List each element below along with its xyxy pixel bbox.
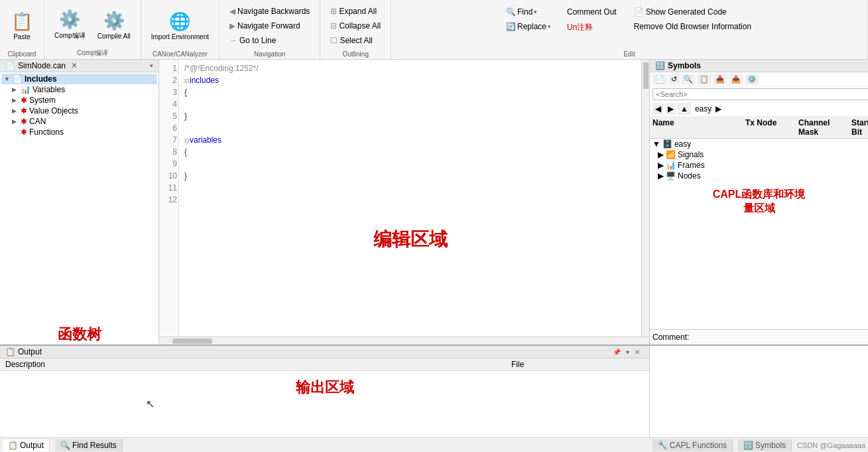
outlining-label: Outlining: [342, 50, 368, 58]
tree-item-can[interactable]: ▶ ✱ CAN: [1, 116, 157, 127]
nav-forward-button[interactable]: ▶ Navigate Forward: [225, 19, 314, 33]
find-button[interactable]: 🔍 Find ▾: [503, 5, 554, 19]
navigation-label: Navigation: [254, 50, 285, 58]
find-results-label: Find Results: [72, 441, 117, 450]
compile-all-button[interactable]: ⚙️ Compile All: [93, 7, 135, 43]
find-results-icon: 🔍: [60, 441, 70, 450]
panel-dropdown-arrow[interactable]: ▾: [150, 62, 153, 69]
sym-btn-5[interactable]: 📥: [713, 74, 727, 85]
code-line-6: [184, 122, 636, 134]
tree-annotation: 函数树: [0, 325, 158, 344]
sym-nav-fwd[interactable]: ▶: [665, 103, 676, 115]
code-line-5: }: [184, 110, 636, 122]
compile-group: ⚙️ Comp编译 ⚙️ Compile All Comp编译: [44, 0, 141, 59]
select-all-button[interactable]: ☐ Select All: [326, 34, 385, 47]
sym-item-nodes[interactable]: ▶ 🖥️ Nodes: [650, 171, 868, 181]
sym-expand-signals: ▶: [658, 150, 664, 159]
code-line-1: /*@!Encoding:1252*/: [184, 62, 636, 74]
tree-arrow-system: ▶: [12, 97, 19, 104]
show-generated-code-button[interactable]: 📄 Show Generated Code: [629, 5, 756, 19]
tree-item-variables[interactable]: ▶ 📊 Variables: [1, 84, 157, 95]
nav-backwards-label: Navigate Backwards: [237, 7, 310, 16]
compile-group-label: Comp编译: [77, 48, 108, 58]
go-to-line-button[interactable]: → Go to Line: [225, 34, 314, 47]
sym-btn-6[interactable]: 📤: [729, 74, 743, 85]
symbols-search[interactable]: [652, 88, 868, 100]
v-scrollbar-thumb[interactable]: [643, 62, 649, 89]
sym-btn-3[interactable]: 🔍: [681, 74, 696, 85]
remove-old-browser-button[interactable]: Remove Old Browser Information: [629, 20, 756, 33]
output-pin-button[interactable]: 📌: [611, 348, 622, 356]
code-editor[interactable]: 12345 678910 1112 /*@!Encoding:1252*/ ⊟i…: [159, 60, 649, 337]
goto-arrow: →: [229, 36, 237, 45]
code-line-2: ⊟includes: [184, 74, 636, 86]
symbols-icon: 🔠: [655, 61, 665, 70]
import-button[interactable]: 🌐 Import Environment: [147, 8, 214, 44]
output-col-description: Description: [5, 360, 511, 369]
output-annotation: 输出区域: [0, 378, 649, 398]
symbols-toolbar: 📄 ↺ 🔍 📋 📥 📤 ⚙️: [650, 72, 868, 87]
nav-back-arrow: ◀: [229, 7, 235, 16]
code-line-12: [184, 194, 636, 206]
find-label: Find: [517, 7, 532, 17]
symbols-header: 🔠 Symbols: [650, 60, 868, 72]
sym-btn-2[interactable]: ↺: [668, 74, 680, 85]
compile-button[interactable]: ⚙️ Comp编译: [50, 6, 90, 44]
show-generated-code-label: Show Generated Code: [646, 7, 727, 17]
tab-label: SimNode.can: [18, 61, 66, 70]
tab-close-button[interactable]: ✕: [71, 61, 78, 70]
editor-scrollbar-h[interactable]: [159, 337, 649, 344]
output-close-button[interactable]: ✕: [633, 348, 641, 356]
output-content[interactable]: 输出区域 ↖: [0, 371, 649, 437]
sym-item-frames[interactable]: ▶ 📊 Frames: [650, 160, 868, 171]
paste-button[interactable]: 📋 Paste: [5, 8, 38, 44]
can-icon: ✱: [21, 117, 27, 126]
compile-icon: ⚙️: [59, 9, 80, 30]
collapse-icon: ⊟: [330, 21, 337, 31]
comment-out-button[interactable]: Comment Out: [562, 5, 621, 19]
editor-scrollbar-v[interactable]: [641, 60, 649, 337]
cursor-indicator: ↖: [146, 398, 155, 410]
nav-backwards-button[interactable]: ◀ Navigate Backwards: [225, 5, 314, 18]
status-tab-output[interactable]: 📋 Output: [3, 439, 50, 451]
output-header: 📋 Output 📌 ▾ ✕: [0, 346, 649, 358]
sym-table-header: Name Tx Node Channel Mask Start Bit: [650, 117, 868, 139]
code-line-4: [184, 98, 636, 110]
paste-label: Paste: [13, 33, 31, 40]
editor-annotation: 编辑区域: [184, 226, 636, 254]
line-numbers: 12345 678910 1112: [159, 60, 179, 337]
sym-nav-back[interactable]: ◀: [652, 103, 664, 115]
sym-btn-7[interactable]: ⚙️: [745, 74, 759, 85]
editor-tab[interactable]: 📄 SimNode.can ✕ ▾: [0, 60, 158, 72]
sym-btn-1[interactable]: 📄: [652, 74, 667, 85]
sym-icon-easy: 🗄️: [662, 139, 672, 149]
tree-item-value-objects[interactable]: ▶ ✱ Value Objects: [1, 106, 157, 116]
tree-item-includes[interactable]: ▼ 📄 Includes: [1, 74, 157, 84]
replace-button[interactable]: 🔄 Replace ▾: [503, 20, 554, 33]
tree-item-system[interactable]: ▶ ✱ System: [1, 95, 157, 106]
h-scrollbar-thumb[interactable]: [172, 339, 212, 344]
variables-icon: 📊: [21, 85, 31, 94]
editor-panel: 12345 678910 1112 /*@!Encoding:1252*/ ⊟i…: [159, 60, 649, 344]
output-dropdown-button[interactable]: ▾: [625, 348, 631, 356]
capl-functions-tab[interactable]: 🔧 CAPL Functions: [652, 439, 733, 451]
symbols-nav: ◀ ▶ ▲ easy ▶: [650, 102, 868, 117]
sym-btn-4[interactable]: 📋: [697, 74, 712, 85]
expand-all-button[interactable]: ⊞ Expand All: [326, 5, 385, 18]
col-name: Name: [652, 118, 745, 137]
sym-expand-easy: ▼: [652, 139, 660, 149]
status-bar: 📋 Output 🔍 Find Results 🔧 CAPL Functions…: [0, 437, 868, 452]
replace-dropdown-arrow: ▾: [548, 23, 551, 30]
collapse-all-button[interactable]: ⊟ Collapse All: [326, 19, 385, 33]
col-tx-node: Tx Node: [745, 118, 798, 137]
code-area[interactable]: /*@!Encoding:1252*/ ⊟includes { } ⊟varia…: [179, 60, 641, 337]
sym-item-easy[interactable]: ▼ 🗄️ easy: [650, 139, 868, 149]
symbols-comment: Comment:: [650, 329, 868, 344]
tree-item-functions[interactable]: ✱ Functions: [1, 127, 157, 137]
sym-nav-up[interactable]: ▲: [678, 103, 691, 115]
output-controls: 📌 ▾ ✕: [609, 348, 644, 356]
status-tab-find-results[interactable]: 🔍 Find Results: [55, 439, 123, 451]
symbols-status-tab[interactable]: 🔠 Symbols: [738, 439, 792, 451]
sym-item-signals[interactable]: ▶ 📶 Signals: [650, 149, 868, 160]
uncomment-button[interactable]: Un注释: [562, 20, 621, 35]
